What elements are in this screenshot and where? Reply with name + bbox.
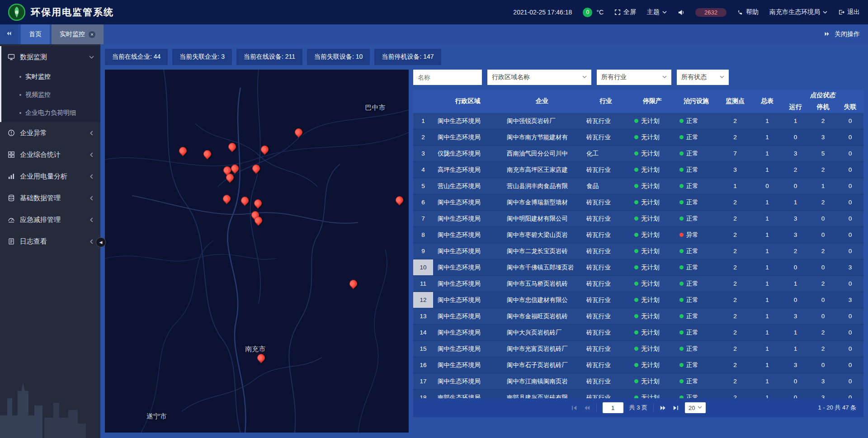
table-row[interactable]: 16阆中生态环境局阆中市石子页岩机砖厂砖瓦行业无计划正常21300 (413, 357, 863, 373)
table-row[interactable]: 18南部生态环境局南部县建兴页岩砖有限砖瓦行业无计划正常21030 (413, 390, 863, 398)
cell-index: 1 (413, 113, 433, 129)
map-pin[interactable] (396, 196, 404, 207)
table-row[interactable]: 13阆中生态环境局阆中市金福旺页岩机砖砖瓦行业无计划正常21300 (413, 308, 863, 325)
cell-index: 5 (413, 178, 433, 194)
cell-industry: 砖瓦行业 (582, 194, 630, 210)
cell-stop: 2 (809, 162, 837, 178)
cell-produce-status: 无计划 (630, 341, 675, 357)
table-row[interactable]: 5营山生态环境局营山县润丰肉食品有限食品无计划正常10010 (413, 178, 863, 194)
double-chevron-left-icon (6, 30, 12, 38)
table-row[interactable]: 7阆中生态环境局阆中明阳建材有限公司砖瓦行业无计划正常21300 (413, 211, 863, 227)
city-skyline-decoration (0, 370, 100, 438)
table-row[interactable]: 1阆中生态环境局阆中强锐页岩砖厂砖瓦行业无计划正常21120 (413, 113, 863, 129)
table-row[interactable]: 10阆中生态环境局阆中市千佛镇五郎垭页岩砖瓦行业无计划正常21003 (413, 259, 863, 276)
cell-produce-status: 无计划 (630, 178, 675, 194)
table-row[interactable]: 3仪陇生态环境局西南油气田分公司川中化工无计划正常71350 (413, 146, 863, 162)
cell-company: 阆中市枣碧大梁山页岩 (502, 227, 582, 243)
cell-facility-status: 正常 (675, 259, 717, 275)
cell-run: 0 (782, 373, 809, 389)
industry-select[interactable]: 所有行业 (597, 70, 671, 85)
status-select-value: 所有状态 (681, 73, 707, 81)
map-pin[interactable] (349, 280, 358, 291)
col-index (413, 89, 433, 113)
help-button[interactable]: 帮助 (737, 8, 759, 16)
datetime-label: 2021-02-25 17:46:18 (513, 9, 572, 16)
status-select[interactable]: 所有状态 (677, 70, 729, 85)
map-pin[interactable] (261, 146, 269, 156)
map-pin[interactable] (203, 150, 212, 161)
sidebar-item-enterprise-abnormal[interactable]: 企业异常 (1, 122, 100, 144)
sidebar-item-realtime-monitor[interactable]: 实时监控 (1, 68, 100, 86)
sidebar-item-log-view[interactable]: 日志查看 (1, 231, 100, 252)
map-pin[interactable] (228, 143, 236, 154)
sidebar-item-power-load-detail[interactable]: 企业电力负荷明细 (1, 104, 100, 122)
table-row[interactable]: 15阆中生态环境局阆中市光富页岩机砖厂砖瓦行业无计划正常21120 (413, 341, 863, 357)
fullscreen-label: 全屏 (623, 8, 636, 16)
cell-stop: 1 (809, 178, 837, 194)
alarm-speaker-button[interactable] (678, 9, 684, 16)
page-input[interactable] (603, 402, 623, 413)
map-pin[interactable] (252, 165, 260, 175)
sidebar-item-emergency-reduction[interactable]: 应急减排管理 (1, 209, 100, 231)
map-pin[interactable] (223, 195, 231, 206)
close-icon[interactable]: × (89, 31, 95, 38)
map-pin[interactable] (226, 174, 234, 184)
sidebar-group-enterprise-stats: 企业综合统计 (0, 144, 100, 165)
next-page-button[interactable] (660, 405, 666, 411)
cell-company: 阆中市二龙长宝页岩砖 (502, 243, 582, 259)
log-icon (8, 238, 15, 245)
sidebar-item-data-monitoring[interactable]: 数据监测 (1, 46, 100, 68)
status-dot-icon (679, 200, 684, 204)
stats-bar: 当前在线企业: 44当前失联企业: 3当前在线设备: 211当前失联设备: 10… (105, 49, 863, 65)
stat-offline-devices: 当前失联设备: 10 (307, 49, 370, 65)
table-row[interactable]: 4高坪生态环境局南充市高坪区王家店建砖瓦行业无计划正常31220 (413, 162, 863, 178)
cell-monitor: 2 (717, 243, 753, 259)
table-row[interactable]: 14阆中生态环境局阆中大兴页岩机砖厂砖瓦行业无计划正常21120 (413, 325, 863, 341)
col-region: 行政区域 (433, 89, 502, 113)
sidebar-item-video-monitor[interactable]: 视频监控 (1, 86, 100, 104)
map-pin[interactable] (241, 197, 249, 207)
sidebar-item-base-data[interactable]: 基础数据管理 (1, 187, 100, 209)
cell-company: 阆中强锐页岩砖厂 (502, 113, 582, 129)
table-row[interactable]: 17阆中生态环境局阆中市江南镇阆南页岩砖瓦行业无计划正常21030 (413, 373, 863, 390)
map-pin[interactable] (255, 217, 263, 227)
cell-lost: 0 (837, 243, 863, 259)
cell-company: 阆中市南方节能建材有 (502, 129, 582, 145)
map-pin[interactable] (295, 128, 303, 139)
last-page-button[interactable] (672, 405, 679, 411)
sidebar-group-enterprise-abnormal: 企业异常 (0, 122, 100, 144)
cell-monitor: 2 (717, 341, 753, 357)
scroll-tabs-left-button[interactable] (0, 24, 18, 44)
table-row[interactable]: 2阆中生态环境局阆中市南方节能建材有砖瓦行业无计划正常21030 (413, 129, 863, 146)
tab-realtime-monitor[interactable]: 实时监控 × (52, 24, 104, 44)
theme-dropdown[interactable]: 主题 (647, 8, 667, 16)
logout-button[interactable]: 退出 (838, 8, 860, 16)
org-dropdown[interactable]: 南充市生态环境局 (769, 8, 827, 16)
map-panel[interactable]: 巴中市南充市遂宁市 (105, 70, 409, 433)
status-dot-icon (634, 233, 638, 237)
map-pin[interactable] (179, 147, 187, 158)
sidebar-item-label: 基础数据管理 (20, 194, 84, 203)
table-row[interactable]: 6阆中生态环境局阆中市金博瑞新型墙材砖瓦行业无计划正常21120 (413, 194, 863, 211)
table-row[interactable]: 11阆中生态环境局阆中市五马桥页岩机砖砖瓦行业无计划正常21120 (413, 276, 863, 292)
tab-home[interactable]: 首页 (21, 24, 50, 44)
double-chevron-right-icon[interactable] (824, 31, 830, 38)
table-row[interactable]: 8阆中生态环境局阆中市枣碧大梁山页岩砖瓦行业无计划异常21300 (413, 227, 863, 243)
table-row[interactable]: 12阆中生态环境局阆中市忠信建材有限公砖瓦行业无计划正常21003 (413, 292, 863, 308)
prev-page-button[interactable] (584, 405, 590, 411)
cell-run: 1 (782, 276, 809, 292)
name-search-input[interactable] (413, 70, 482, 85)
map-pin[interactable] (257, 354, 265, 365)
region-select[interactable]: 行政区域名称 (487, 70, 591, 85)
sidebar-item-enterprise-stats[interactable]: 企业综合统计 (1, 144, 100, 165)
sidebar-collapse-button[interactable]: ◀ (96, 237, 106, 247)
table-row[interactable]: 9阆中生态环境局阆中市二龙长宝页岩砖砖瓦行业无计划正常21220 (413, 243, 863, 259)
sidebar-item-power-analysis[interactable]: 企业用电量分析 (1, 165, 100, 187)
first-page-button[interactable] (571, 405, 578, 411)
alarm-count-badge[interactable]: 2632 (695, 8, 726, 17)
close-operations-button[interactable]: 关闭操作 (835, 30, 860, 38)
page-size-select[interactable]: 20 (685, 402, 706, 413)
map-pin[interactable] (254, 199, 262, 210)
fullscreen-button[interactable]: 全屏 (614, 8, 636, 16)
status-dot-icon (679, 184, 684, 188)
